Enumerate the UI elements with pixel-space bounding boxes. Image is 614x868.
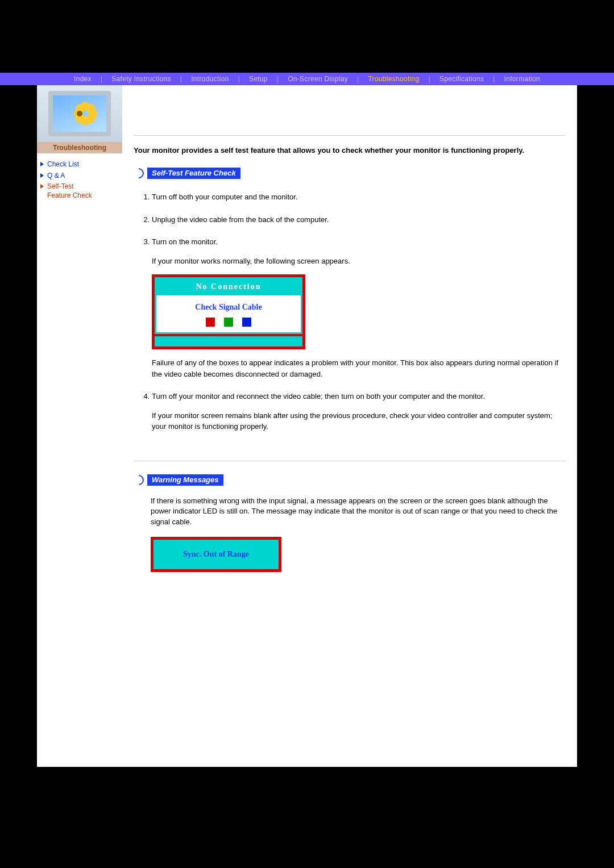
sidebar-item-label: Check List — [47, 160, 79, 169]
section-title: Self-Test Feature Check — [147, 168, 240, 179]
divider — [134, 461, 566, 461]
step-4: Turn off your monitor and reconnect the … — [152, 391, 566, 432]
no-connection-title: No Connection — [156, 279, 301, 295]
nav-setup[interactable]: Setup — [246, 75, 271, 83]
nav-introduction[interactable]: Introduction — [188, 75, 232, 83]
sidebar-item-label: Self-Test Feature Check — [47, 182, 92, 200]
section-title: Warning Messages — [147, 474, 223, 486]
nav-specifications[interactable]: Specifications — [436, 75, 487, 83]
section-warning-header: Warning Messages — [134, 474, 223, 486]
nav-separator: | — [429, 75, 430, 83]
sidebar-item-self-test[interactable]: Self-Test Feature Check — [40, 182, 119, 200]
triangle-icon — [40, 184, 44, 189]
nav-separator: | — [180, 75, 182, 83]
nav-on-screen-display[interactable]: On-Screen Display — [284, 75, 351, 83]
steps-list: Turn off both your computer and the moni… — [139, 191, 566, 432]
sidebar: Troubleshooting Check List Q & A Self-Te… — [37, 85, 122, 767]
arc-icon — [134, 475, 144, 485]
sidebar-item-q-and-a[interactable]: Q & A — [40, 172, 119, 181]
step-text: Turn off your monitor and reconnect the … — [152, 392, 485, 400]
red-swatch-icon — [206, 318, 215, 327]
nav-separator: | — [238, 75, 239, 83]
flower-icon — [70, 104, 89, 123]
nav-separator: | — [101, 75, 102, 83]
nav-separator: | — [277, 75, 279, 83]
check-signal-cable-text: Check Signal Cable — [156, 301, 301, 313]
step-text: Unplug the video cable from the back of … — [152, 215, 329, 224]
intro-text: Your monitor provides a self test featur… — [134, 146, 566, 155]
step-subtext: If your monitor works normally, the foll… — [152, 256, 566, 267]
sidebar-item-check-list[interactable]: Check List — [40, 160, 119, 169]
step-text: Turn off both your computer and the moni… — [152, 193, 298, 201]
nav-troubleshooting[interactable]: Troubleshooting — [364, 75, 422, 83]
monitor-illustration — [37, 85, 122, 142]
step-subtext: If your monitor screen remains blank aft… — [152, 410, 566, 432]
warning-paragraph: If there is something wrong with the inp… — [151, 496, 566, 528]
sidebar-title: Troubleshooting — [37, 142, 122, 153]
section-self-test-header: Self-Test Feature Check — [134, 168, 240, 179]
top-nav: Index | Safety Instructions | Introducti… — [0, 73, 614, 85]
nav-index[interactable]: Index — [70, 75, 95, 83]
triangle-icon — [40, 162, 44, 166]
step-1: Turn off both your computer and the moni… — [152, 191, 566, 203]
green-swatch-icon — [224, 318, 233, 327]
nav-safety-instructions[interactable]: Safety Instructions — [108, 75, 174, 83]
no-connection-screen: No Connection Check Signal Cable — [152, 274, 305, 349]
blue-swatch-icon — [242, 318, 251, 327]
step-2: Unplug the video cable from the back of … — [152, 214, 566, 226]
step-subtext: Failure of any of the boxes to appear in… — [152, 357, 566, 379]
triangle-icon — [40, 173, 44, 178]
divider — [134, 135, 566, 136]
arc-icon — [134, 168, 144, 178]
nav-separator: | — [493, 75, 495, 83]
nav-information[interactable]: Information — [501, 75, 544, 83]
sync-out-of-range-text: Sync. Out of Range — [183, 550, 249, 558]
rgb-swatches — [156, 318, 301, 327]
sync-out-of-range-screen: Sync. Out of Range — [151, 537, 281, 572]
step-text: Turn on the monitor. — [152, 237, 218, 246]
nav-separator: | — [357, 75, 359, 83]
main-content: Your monitor provides a self test featur… — [122, 85, 577, 767]
step-3: Turn on the monitor. If your monitor wor… — [152, 236, 566, 379]
sidebar-item-label: Q & A — [47, 172, 65, 181]
